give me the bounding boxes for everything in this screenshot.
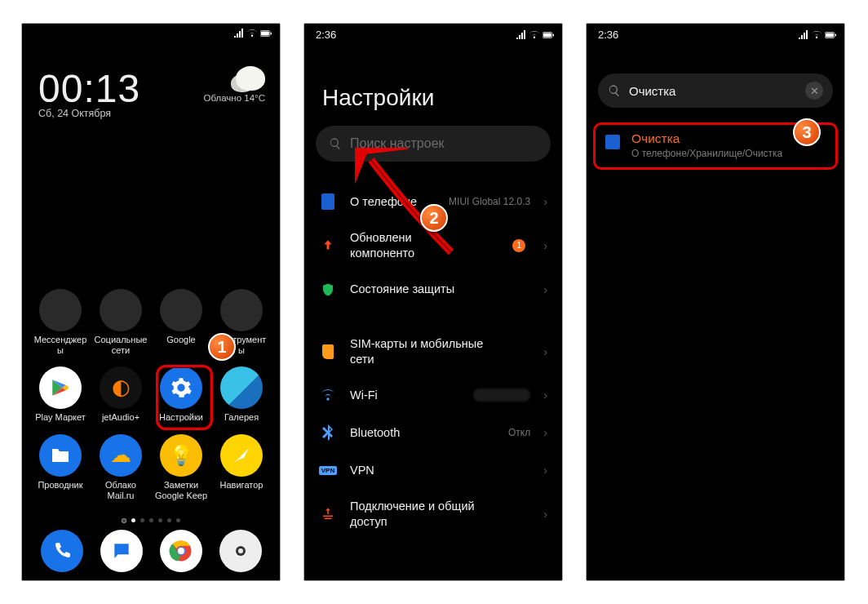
dock-phone[interactable]: [41, 530, 83, 572]
chevron-right-icon: ›: [543, 345, 547, 358]
phone-icon: [52, 541, 72, 561]
svg-rect-10: [553, 33, 554, 36]
row-wifi[interactable]: Wi-Fi ›: [304, 376, 562, 414]
update-icon: [321, 238, 335, 253]
row-bluetooth[interactable]: Bluetooth Откл ›: [304, 414, 562, 451]
app-google-keep[interactable]: 💡 Заметки Google Keep: [151, 434, 211, 500]
search-query: Очистка: [629, 84, 797, 98]
app-label: Галерея: [224, 412, 259, 423]
app-label: Навигатор: [220, 480, 264, 491]
result-title: Очистка: [631, 131, 782, 146]
step-badge-2: 2: [420, 204, 448, 232]
battery-icon: [825, 30, 836, 40]
search-icon: [608, 84, 621, 97]
status-time: 2:36: [598, 29, 618, 41]
dock: [22, 530, 280, 572]
update-badge: 1: [512, 239, 525, 252]
app-label: Заметки Google Keep: [155, 480, 207, 500]
row-security-status[interactable]: Состояние защиты ›: [304, 271, 562, 309]
cloud-icon: [236, 66, 265, 91]
app-navigator[interactable]: Навигатор: [211, 434, 272, 500]
row-connection-sharing[interactable]: Подключение и общий доступ ›: [304, 489, 562, 540]
app-label: Проводник: [38, 480, 82, 491]
bluetooth-icon: [322, 424, 334, 441]
wifi-icon: [320, 389, 336, 402]
app-gallery[interactable]: Галерея: [211, 366, 272, 423]
wifi-icon: [811, 30, 822, 40]
app-label: Облако Mail.ru: [105, 480, 136, 500]
camera-icon: [231, 541, 250, 561]
highlight-settings: [156, 365, 213, 430]
messages-icon: [111, 540, 132, 562]
weather-text: Облачно 14°C: [204, 93, 266, 103]
search-field[interactable]: Очистка ✕: [598, 73, 833, 108]
app-label: Play Маркет: [35, 412, 86, 423]
folder-messengers[interactable]: Мессенджер ы: [30, 289, 91, 355]
chevron-right-icon: ›: [543, 508, 547, 521]
phone-settings: 2:36 Настройки Поиск настроек О телефоне…: [303, 23, 563, 581]
search-icon: [329, 137, 342, 150]
shield-icon: [321, 282, 335, 298]
folder-social[interactable]: Социальные сети: [91, 289, 151, 355]
chevron-right-icon: ›: [543, 426, 547, 439]
phone-search-result: 2:36 Очистка ✕ Очистка О телефоне/Хранил…: [586, 23, 845, 581]
clock-time: 00:13: [38, 66, 140, 111]
phone-info-icon: [605, 135, 620, 149]
status-bar: [22, 24, 280, 42]
row-sim-cards[interactable]: SIM-карты и мобильные сети ›: [304, 326, 562, 377]
result-path: О телефоне/Хранилище/Очистка: [631, 148, 782, 159]
wifi-value-blurred: [473, 389, 530, 402]
chevron-right-icon: ›: [543, 195, 547, 208]
status-bar: 2:36: [587, 24, 844, 44]
status-time: 2:36: [316, 29, 336, 41]
search-placeholder: Поиск настроек: [350, 136, 445, 151]
dock-chrome[interactable]: [160, 530, 202, 572]
chevron-right-icon: ›: [543, 283, 547, 296]
svg-rect-9: [543, 33, 551, 37]
settings-search[interactable]: Поиск настроек: [316, 126, 551, 162]
app-play-store[interactable]: Play Маркет: [30, 366, 91, 423]
status-icons: [232, 29, 272, 38]
step-badge-1: 1: [208, 333, 236, 361]
chevron-right-icon: ›: [543, 464, 547, 477]
chevron-right-icon: ›: [543, 239, 547, 252]
svg-rect-13: [835, 33, 836, 36]
play-store-icon: [50, 377, 71, 398]
share-icon: [321, 507, 335, 522]
app-label: jetAudio+: [102, 412, 140, 423]
row-vpn[interactable]: VPN VPN ›: [304, 451, 562, 489]
page-title: Настройки: [304, 44, 562, 126]
battery-icon: [260, 29, 272, 38]
phone-homescreen: 00:13 Сб, 24 Октября Облачно 14°C Мессен…: [21, 23, 281, 581]
folder-icon: [51, 447, 70, 464]
svg-rect-12: [826, 33, 834, 37]
wifi-icon: [246, 29, 258, 38]
app-jetaudio[interactable]: ◐ jetAudio+: [91, 366, 151, 423]
phone-info-icon: [321, 193, 334, 210]
svg-point-5: [178, 548, 184, 554]
svg-rect-1: [261, 32, 269, 36]
chevron-right-icon: ›: [543, 389, 547, 402]
signal-icon: [797, 30, 808, 40]
app-label: Google: [166, 335, 195, 345]
weather-widget[interactable]: Облачно 14°C: [204, 66, 266, 119]
app-label: Социальные сети: [95, 335, 148, 355]
battery-icon: [542, 30, 554, 40]
svg-rect-2: [271, 33, 272, 35]
svg-point-7: [238, 548, 243, 553]
dock-messages[interactable]: [100, 530, 143, 572]
sim-icon: [322, 344, 334, 359]
app-mailru-cloud[interactable]: ☁ Облако Mail.ru: [91, 434, 151, 500]
app-label: Мессенджер ы: [34, 335, 87, 355]
wifi-icon: [529, 30, 540, 40]
app-files[interactable]: Проводник: [30, 434, 91, 500]
vpn-icon: VPN: [319, 466, 337, 475]
page-dots: [22, 518, 280, 523]
step-badge-3: 3: [793, 118, 821, 146]
folder-google[interactable]: Google: [151, 289, 211, 355]
arrow-icon: [232, 446, 251, 465]
dock-camera[interactable]: [219, 530, 262, 572]
signal-icon: [515, 30, 526, 40]
status-bar: 2:36: [304, 24, 562, 44]
clear-icon[interactable]: ✕: [805, 82, 823, 100]
